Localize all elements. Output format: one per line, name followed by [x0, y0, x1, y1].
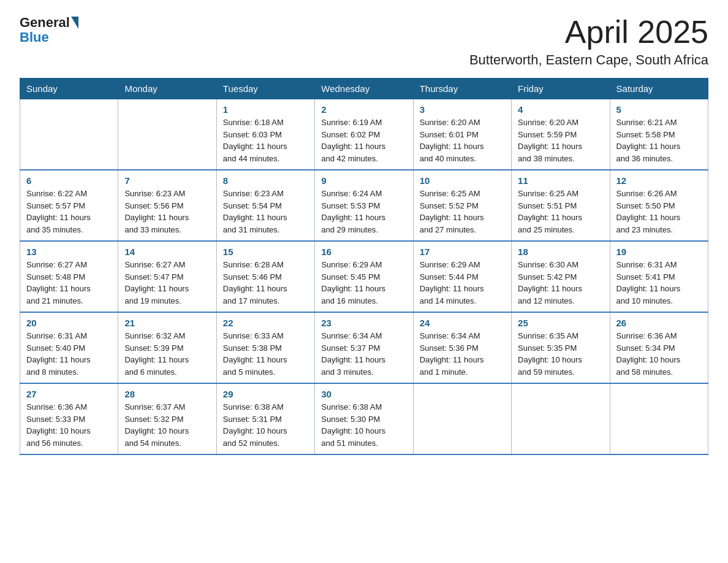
day-info: Sunrise: 6:27 AM Sunset: 5:47 PM Dayligh…	[124, 259, 210, 307]
day-number: 16	[321, 247, 406, 257]
day-number: 20	[26, 318, 112, 328]
day-info: Sunrise: 6:25 AM Sunset: 5:51 PM Dayligh…	[518, 188, 603, 236]
day-info: Sunrise: 6:28 AM Sunset: 5:46 PM Dayligh…	[223, 259, 308, 307]
day-number: 23	[321, 318, 406, 328]
day-number: 24	[420, 318, 505, 328]
calendar-cell: 27Sunrise: 6:36 AM Sunset: 5:33 PM Dayli…	[20, 383, 118, 454]
weekday-header-saturday: Saturday	[610, 79, 708, 99]
calendar-cell: 9Sunrise: 6:24 AM Sunset: 5:53 PM Daylig…	[315, 170, 413, 241]
day-number: 4	[518, 104, 603, 115]
logo-general-text: General	[20, 15, 70, 31]
calendar-week-row: 1Sunrise: 6:18 AM Sunset: 6:03 PM Daylig…	[20, 99, 708, 170]
calendar-cell	[118, 99, 216, 170]
day-number: 21	[124, 318, 210, 328]
day-number: 18	[518, 247, 603, 257]
calendar-cell: 17Sunrise: 6:29 AM Sunset: 5:44 PM Dayli…	[413, 241, 511, 312]
month-title: April 2025	[469, 15, 708, 50]
calendar-cell: 22Sunrise: 6:33 AM Sunset: 5:38 PM Dayli…	[216, 312, 314, 383]
day-number: 26	[616, 318, 702, 328]
calendar-cell: 4Sunrise: 6:20 AM Sunset: 5:59 PM Daylig…	[512, 99, 610, 170]
day-info: Sunrise: 6:36 AM Sunset: 5:33 PM Dayligh…	[26, 401, 112, 449]
day-info: Sunrise: 6:30 AM Sunset: 5:42 PM Dayligh…	[518, 259, 603, 307]
weekday-header-thursday: Thursday	[413, 79, 511, 99]
page-header: General Blue April 2025 Butterworth, Eas…	[20, 15, 708, 68]
day-number: 14	[124, 247, 210, 257]
calendar-cell: 13Sunrise: 6:27 AM Sunset: 5:48 PM Dayli…	[20, 241, 118, 312]
day-number: 19	[616, 247, 702, 257]
weekday-header-row: SundayMondayTuesdayWednesdayThursdayFrid…	[20, 79, 708, 99]
day-info: Sunrise: 6:34 AM Sunset: 5:37 PM Dayligh…	[321, 330, 406, 378]
day-info: Sunrise: 6:27 AM Sunset: 5:48 PM Dayligh…	[26, 259, 112, 307]
calendar-cell: 29Sunrise: 6:38 AM Sunset: 5:31 PM Dayli…	[216, 383, 314, 454]
day-number: 9	[321, 175, 406, 186]
calendar-week-row: 20Sunrise: 6:31 AM Sunset: 5:40 PM Dayli…	[20, 312, 708, 383]
day-info: Sunrise: 6:21 AM Sunset: 5:58 PM Dayligh…	[616, 117, 702, 164]
logo-triangle-icon	[71, 17, 78, 29]
weekday-header-wednesday: Wednesday	[315, 79, 413, 99]
calendar-cell: 16Sunrise: 6:29 AM Sunset: 5:45 PM Dayli…	[315, 241, 413, 312]
calendar-cell: 5Sunrise: 6:21 AM Sunset: 5:58 PM Daylig…	[610, 99, 708, 170]
weekday-header-tuesday: Tuesday	[216, 79, 314, 99]
title-block: April 2025 Butterworth, Eastern Cape, So…	[469, 15, 708, 68]
calendar-week-row: 6Sunrise: 6:22 AM Sunset: 5:57 PM Daylig…	[20, 170, 708, 241]
logo: General Blue	[20, 15, 78, 44]
day-info: Sunrise: 6:37 AM Sunset: 5:32 PM Dayligh…	[124, 401, 210, 449]
calendar-week-row: 27Sunrise: 6:36 AM Sunset: 5:33 PM Dayli…	[20, 383, 708, 454]
day-info: Sunrise: 6:32 AM Sunset: 5:39 PM Dayligh…	[124, 330, 210, 378]
day-info: Sunrise: 6:35 AM Sunset: 5:35 PM Dayligh…	[518, 330, 603, 378]
calendar-cell: 1Sunrise: 6:18 AM Sunset: 6:03 PM Daylig…	[216, 99, 314, 170]
calendar-cell: 28Sunrise: 6:37 AM Sunset: 5:32 PM Dayli…	[118, 383, 216, 454]
calendar-cell	[610, 383, 708, 454]
day-info: Sunrise: 6:29 AM Sunset: 5:44 PM Dayligh…	[420, 259, 505, 307]
weekday-header-monday: Monday	[118, 79, 216, 99]
calendar-cell: 18Sunrise: 6:30 AM Sunset: 5:42 PM Dayli…	[512, 241, 610, 312]
day-info: Sunrise: 6:38 AM Sunset: 5:31 PM Dayligh…	[223, 401, 308, 449]
weekday-header-friday: Friday	[512, 79, 610, 99]
day-info: Sunrise: 6:23 AM Sunset: 5:54 PM Dayligh…	[223, 188, 308, 236]
day-number: 27	[26, 389, 112, 399]
day-info: Sunrise: 6:26 AM Sunset: 5:50 PM Dayligh…	[616, 188, 702, 236]
calendar-cell: 26Sunrise: 6:36 AM Sunset: 5:34 PM Dayli…	[610, 312, 708, 383]
calendar-cell: 20Sunrise: 6:31 AM Sunset: 5:40 PM Dayli…	[20, 312, 118, 383]
day-number: 29	[223, 389, 308, 399]
day-number: 7	[124, 175, 210, 186]
calendar-cell: 25Sunrise: 6:35 AM Sunset: 5:35 PM Dayli…	[512, 312, 610, 383]
day-number: 22	[223, 318, 308, 328]
calendar-week-row: 13Sunrise: 6:27 AM Sunset: 5:48 PM Dayli…	[20, 241, 708, 312]
day-info: Sunrise: 6:20 AM Sunset: 6:01 PM Dayligh…	[420, 117, 505, 164]
day-number: 1	[223, 104, 308, 115]
calendar-cell: 8Sunrise: 6:23 AM Sunset: 5:54 PM Daylig…	[216, 170, 314, 241]
day-number: 10	[420, 175, 505, 186]
calendar-cell: 3Sunrise: 6:20 AM Sunset: 6:01 PM Daylig…	[413, 99, 511, 170]
day-number: 3	[420, 104, 505, 115]
calendar-body: 1Sunrise: 6:18 AM Sunset: 6:03 PM Daylig…	[20, 99, 708, 455]
day-number: 2	[321, 104, 406, 115]
day-info: Sunrise: 6:31 AM Sunset: 5:40 PM Dayligh…	[26, 330, 112, 378]
calendar-cell: 14Sunrise: 6:27 AM Sunset: 5:47 PM Dayli…	[118, 241, 216, 312]
calendar-cell: 12Sunrise: 6:26 AM Sunset: 5:50 PM Dayli…	[610, 170, 708, 241]
calendar-cell: 7Sunrise: 6:23 AM Sunset: 5:56 PM Daylig…	[118, 170, 216, 241]
day-number: 15	[223, 247, 308, 257]
day-info: Sunrise: 6:22 AM Sunset: 5:57 PM Dayligh…	[26, 188, 112, 236]
day-number: 5	[616, 104, 702, 115]
day-info: Sunrise: 6:19 AM Sunset: 6:02 PM Dayligh…	[321, 117, 406, 164]
calendar-cell: 19Sunrise: 6:31 AM Sunset: 5:41 PM Dayli…	[610, 241, 708, 312]
weekday-header-sunday: Sunday	[20, 79, 118, 99]
calendar-cell: 11Sunrise: 6:25 AM Sunset: 5:51 PM Dayli…	[512, 170, 610, 241]
day-number: 12	[616, 175, 702, 186]
calendar-cell: 6Sunrise: 6:22 AM Sunset: 5:57 PM Daylig…	[20, 170, 118, 241]
day-info: Sunrise: 6:20 AM Sunset: 5:59 PM Dayligh…	[518, 117, 603, 164]
day-number: 6	[26, 175, 112, 186]
calendar-cell: 24Sunrise: 6:34 AM Sunset: 5:36 PM Dayli…	[413, 312, 511, 383]
day-info: Sunrise: 6:25 AM Sunset: 5:52 PM Dayligh…	[420, 188, 505, 236]
calendar-cell: 15Sunrise: 6:28 AM Sunset: 5:46 PM Dayli…	[216, 241, 314, 312]
day-info: Sunrise: 6:18 AM Sunset: 6:03 PM Dayligh…	[223, 117, 308, 164]
day-number: 11	[518, 175, 603, 186]
day-info: Sunrise: 6:34 AM Sunset: 5:36 PM Dayligh…	[420, 330, 505, 378]
day-number: 17	[420, 247, 505, 257]
calendar-cell: 30Sunrise: 6:38 AM Sunset: 5:30 PM Dayli…	[315, 383, 413, 454]
calendar-cell: 21Sunrise: 6:32 AM Sunset: 5:39 PM Dayli…	[118, 312, 216, 383]
calendar-cell: 10Sunrise: 6:25 AM Sunset: 5:52 PM Dayli…	[413, 170, 511, 241]
day-info: Sunrise: 6:31 AM Sunset: 5:41 PM Dayligh…	[616, 259, 702, 307]
calendar-cell	[413, 383, 511, 454]
